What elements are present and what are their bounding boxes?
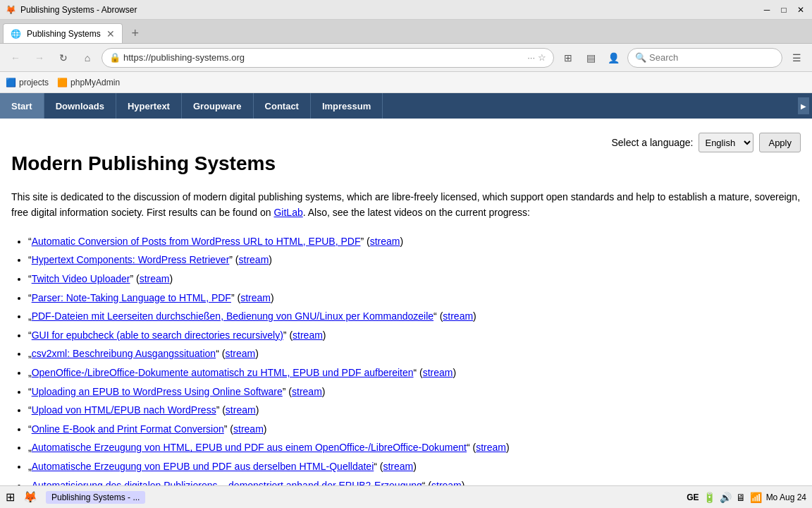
language-dropdown[interactable]: English Deutsch — [699, 133, 753, 152]
list-item: “Hypertext Components: WordPress Retriev… — [28, 250, 801, 270]
article-link[interactable]: Online E-Book and Print Format Conversio… — [32, 423, 224, 435]
taskbar-icon-apps[interactable]: ⊞ — [6, 490, 15, 504]
tab-label: Publishing Systems — [27, 29, 101, 39]
forward-button[interactable]: → — [30, 48, 49, 68]
bookmark-projects[interactable]: 🟦 projects — [6, 78, 49, 87]
nav-start[interactable]: Start — [0, 93, 44, 119]
article-link[interactable]: Parser: Note-Taking Language to HTML, PD… — [32, 292, 231, 303]
article-link[interactable]: PDF-Dateien mit Leerseiten durchschießen… — [32, 310, 433, 322]
nav-scroller: ▶ — [798, 93, 812, 119]
article-link[interactable]: Uploading an EPUB to WordPress Using Onl… — [32, 386, 283, 397]
apply-button[interactable]: Apply — [759, 133, 801, 152]
new-tab-button[interactable]: + — [125, 23, 145, 43]
security-icon: 🔒 — [109, 52, 121, 63]
article-link[interactable]: csv2xml: Beschreibung Ausgangssituation — [32, 348, 216, 359]
monitor-icon: 🖥 — [736, 492, 746, 503]
back-button[interactable]: ← — [6, 48, 25, 68]
stream-link[interactable]: stream — [443, 310, 473, 322]
home-button[interactable]: ⌂ — [78, 48, 97, 68]
volume-icon: 🔊 — [720, 492, 732, 503]
intro-paragraph: This site is dedicated to the discussion… — [11, 189, 801, 221]
article-link[interactable]: Automatische Erzeugung von EPUB und PDF … — [32, 461, 374, 472]
browser-tab[interactable]: 🌐 Publishing Systems ✕ — [3, 23, 123, 43]
window-title: Publishing Systems - Abrowser — [20, 5, 761, 15]
list-item: “Upload von HTML/EPUB nach WordPress” (s… — [28, 401, 801, 420]
stream-link[interactable]: stream — [140, 273, 170, 284]
content-wrapper: Select a language: English Deutsch Apply… — [0, 119, 812, 485]
tab-close-button[interactable]: ✕ — [106, 28, 115, 40]
nav-downloads[interactable]: Downloads — [44, 93, 116, 119]
nav-impressum[interactable]: Impressum — [311, 93, 383, 119]
article-link[interactable]: OpenOffice-/LibreOffice-Dokumente automa… — [32, 367, 414, 378]
stream-link[interactable]: stream — [233, 423, 264, 435]
stream-link[interactable]: stream — [370, 236, 400, 247]
article-link[interactable]: Hypertext Components: WordPress Retrieve… — [32, 254, 230, 265]
stream-link[interactable]: stream — [292, 386, 322, 397]
list-item: „Automatisierung des digitalen Publizier… — [28, 476, 801, 486]
stream-link[interactable]: stream — [239, 254, 269, 265]
nav-contact[interactable]: Contact — [254, 93, 311, 119]
article-link[interactable]: Upload von HTML/EPUB nach WordPress — [32, 404, 216, 416]
minimize-button[interactable]: ─ — [761, 4, 773, 16]
list-item: “Parser: Note-Taking Language to HTML, P… — [28, 289, 801, 308]
link-list: “Automatic Conversion of Posts from Word… — [11, 232, 801, 485]
search-bar[interactable]: 🔍 — [627, 48, 782, 68]
search-input[interactable] — [649, 52, 775, 63]
stream-link[interactable]: stream — [226, 404, 256, 416]
taskbar-icon-firefox[interactable]: 🦊 — [23, 490, 37, 504]
list-item: “Twitch Video Uploader” (stream) — [28, 270, 801, 289]
keyboard-layout-indicator: GE — [687, 492, 699, 502]
nav-groupware[interactable]: Groupware — [182, 93, 254, 119]
list-item: „Automatische Erzeugung von EPUB und PDF… — [28, 457, 801, 476]
article-link[interactable]: GUI for epubcheck (able to search direct… — [32, 329, 283, 341]
tab-bar: 🌐 Publishing Systems ✕ + — [0, 20, 812, 44]
status-bar-left: ⊞ 🦊 Publishing Systems - ... — [6, 490, 681, 504]
list-item: „csv2xml: Beschreibung Ausgangssituation… — [28, 344, 801, 363]
page-title: Modern Publishing Systems — [11, 152, 801, 175]
url-bar[interactable]: 🔒 https://publishing-systems.org ··· ☆ — [102, 48, 554, 68]
stream-link[interactable]: stream — [383, 461, 413, 472]
status-bar-right: GE 🔋 🔊 🖥 📶 Mo Aug 24 — [687, 492, 806, 503]
stream-link[interactable]: stream — [240, 292, 271, 303]
bookmarks-bar: 🟦 projects 🟧 phpMyAdmin — [0, 72, 812, 93]
language-selector: Select a language: English Deutsch Apply — [611, 133, 801, 152]
window-controls: ─ □ ✕ — [761, 4, 806, 16]
article-link[interactable]: Twitch Video Uploader — [32, 273, 130, 284]
list-item: „OpenOffice-/LibreOffice-Dokumente autom… — [28, 363, 801, 382]
nav-actions: ⊞ ▤ 👤 — [558, 48, 623, 68]
title-bar: 🦊 Publishing Systems - Abrowser ─ □ ✕ — [0, 0, 812, 20]
list-item: “GUI for epubcheck (able to search direc… — [28, 326, 801, 345]
bookmark-phpmyadmin-icon: 🟧 — [57, 78, 68, 87]
reload-button[interactable]: ↻ — [54, 48, 73, 68]
url-text: https://publishing-systems.org — [123, 52, 524, 63]
bookmark-phpmyadmin[interactable]: 🟧 phpMyAdmin — [57, 78, 120, 87]
nav-hypertext[interactable]: Hypertext — [116, 93, 182, 119]
stream-link[interactable]: stream — [423, 367, 453, 378]
navigation-bar: ← → ↻ ⌂ 🔒 https://publishing-systems.org… — [0, 44, 812, 72]
network-icon: 📶 — [750, 492, 762, 503]
list-item: „PDF-Dateien mit Leerseiten durchschieße… — [28, 307, 801, 326]
list-item: „Automatische Erzeugung von HTML, EPUB u… — [28, 438, 801, 457]
article-link[interactable]: Automatic Conversion of Posts from WordP… — [32, 236, 361, 247]
status-bar: ⊞ 🦊 Publishing Systems - ... GE 🔋 🔊 🖥 📶 … — [0, 485, 812, 508]
stream-link[interactable]: stream — [431, 480, 462, 486]
stream-link[interactable]: stream — [225, 348, 255, 359]
article-link[interactable]: Automatisierung des digitalen Publiziere… — [32, 480, 422, 486]
stream-link[interactable]: stream — [293, 329, 323, 341]
article-link[interactable]: Automatische Erzeugung von HTML, EPUB un… — [32, 442, 467, 453]
account-button[interactable]: 👤 — [603, 48, 623, 68]
language-label: Select a language: — [611, 137, 693, 148]
collections-button[interactable]: ⊞ — [558, 48, 578, 68]
list-item: “Online E-Book and Print Format Conversi… — [28, 420, 801, 439]
menu-button[interactable]: ☰ — [787, 48, 806, 68]
taskbar-page-title[interactable]: Publishing Systems - ... — [46, 491, 145, 504]
close-button[interactable]: ✕ — [795, 4, 806, 16]
nav-scroll-right[interactable]: ▶ — [798, 97, 809, 114]
bookmark-icon[interactable]: ☆ — [538, 52, 546, 63]
page-navigation: Start Downloads Hypertext Groupware Cont… — [0, 93, 812, 119]
sidebar-button[interactable]: ▤ — [581, 48, 601, 68]
gitlab-link[interactable]: GitLab — [273, 207, 302, 218]
maximize-button[interactable]: □ — [778, 4, 789, 16]
bookmark-phpmyadmin-label: phpMyAdmin — [70, 78, 120, 87]
stream-link[interactable]: stream — [476, 442, 506, 453]
